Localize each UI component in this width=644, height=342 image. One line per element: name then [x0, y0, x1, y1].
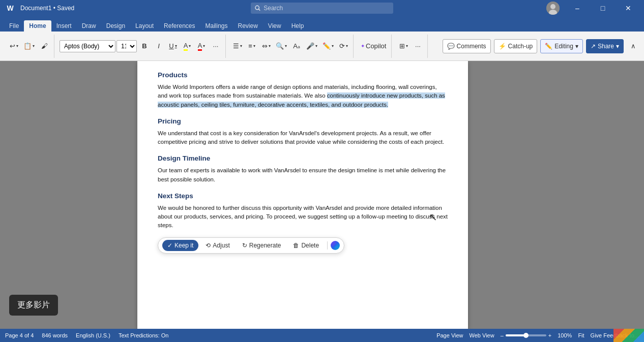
right-margin: [468, 61, 644, 329]
heading-pricing: Pricing: [158, 117, 448, 125]
bullets-button[interactable]: ☰▾: [231, 39, 244, 53]
body-products: Wide World Importers offers a wide range…: [158, 83, 448, 109]
tab-review[interactable]: Review: [233, 20, 263, 32]
body-design-timeline: Our team of experts is available to work…: [158, 166, 448, 184]
tab-mailings[interactable]: Mailings: [200, 20, 232, 32]
regenerate-icon: ↻: [242, 242, 247, 249]
title-bar-right: – □ ✕: [546, 0, 640, 16]
close-button[interactable]: ✕: [617, 0, 640, 16]
title-bar-left: W Document1 • Saved: [4, 2, 74, 14]
copilot-icon: [331, 241, 340, 250]
comments-button[interactable]: 💬 Comments: [443, 39, 491, 53]
web-view-button[interactable]: Web View: [470, 332, 494, 338]
search-box[interactable]: [251, 3, 393, 14]
reuse-button[interactable]: ⟳▾: [337, 39, 350, 53]
svg-point-5: [550, 4, 555, 9]
avatar[interactable]: [546, 2, 560, 15]
svg-line-3: [258, 9, 260, 11]
document-title: Document1 • Saved: [20, 5, 74, 12]
copilot-group: ✦ Copilot: [356, 35, 392, 58]
zoom-slider-fill: [506, 334, 526, 336]
adjust-button[interactable]: ⟲ Adjust: [200, 240, 235, 251]
zoom-slider-track[interactable]: [506, 334, 546, 336]
format-painter-button[interactable]: 🖌: [38, 39, 51, 53]
zoom-minus-icon[interactable]: –: [501, 332, 504, 338]
heading-products: Products: [158, 71, 448, 79]
share-chevron-icon: ▾: [616, 43, 619, 50]
editor-button[interactable]: ✏️▾: [320, 39, 336, 53]
toolbar-separator: [327, 241, 328, 250]
numbering-button[interactable]: ≡▾: [245, 39, 258, 53]
bold-button[interactable]: B: [138, 39, 151, 53]
fit-button[interactable]: Fit: [578, 332, 584, 338]
tab-draw[interactable]: Draw: [77, 20, 101, 32]
catch-up-button[interactable]: ⚡ Catch-up: [494, 39, 538, 53]
title-bar: W Document1 • Saved – □ ✕: [0, 0, 644, 16]
ai-toolbar: ✓ Keep it ⟲ Adjust ↻ Regenerate 🗑 Delete: [158, 237, 344, 254]
dictate-button[interactable]: 🎤▾: [304, 39, 319, 53]
share-button[interactable]: ↗ Share ▾: [586, 39, 624, 53]
zoom-plus-icon[interactable]: +: [548, 332, 551, 338]
adjust-icon: ⟲: [206, 242, 211, 249]
document-page[interactable]: Products Wide World Importers offers a w…: [137, 61, 468, 329]
language[interactable]: English (U.S.): [76, 332, 110, 338]
search-input[interactable]: [264, 5, 389, 12]
collapse-ribbon-button[interactable]: ∧: [627, 39, 640, 53]
restore-button[interactable]: □: [591, 0, 614, 16]
underline-button[interactable]: U▾: [166, 39, 180, 53]
editing-button[interactable]: ✏️ Editing ▾: [540, 39, 583, 53]
heading-next-steps: Next Steps: [158, 192, 448, 200]
body-pricing: We understand that cost is a key conside…: [158, 129, 448, 147]
minimize-button[interactable]: –: [566, 0, 589, 16]
windows-logo: [613, 329, 644, 342]
copilot-button[interactable]: ✦ Copilot: [359, 39, 388, 53]
tab-file[interactable]: File: [4, 20, 24, 32]
tab-view[interactable]: View: [263, 20, 286, 32]
word-count[interactable]: 846 words: [42, 332, 68, 338]
font-name-selector[interactable]: Aptos (Body): [60, 40, 115, 52]
text-predictions[interactable]: Text Predictions: On: [119, 332, 168, 338]
styles-button[interactable]: Aₐ: [290, 39, 303, 53]
more-button[interactable]: ···: [411, 39, 424, 53]
undo-button[interactable]: ↩▾: [7, 39, 20, 53]
table-button[interactable]: ⊞▾: [397, 39, 410, 53]
comment-icon: 💬: [447, 43, 455, 50]
font-color-button[interactable]: A▾: [195, 39, 208, 53]
zoom-slider-thumb: [523, 333, 529, 338]
share-icon: ↗: [591, 43, 596, 50]
page-info[interactable]: Page 4 of 4: [5, 332, 34, 338]
clipboard-button[interactable]: 📋▾: [21, 39, 37, 53]
check-icon: ✓: [167, 242, 172, 249]
left-margin: [0, 61, 137, 329]
highlight-button[interactable]: A▾: [181, 39, 194, 53]
tab-design[interactable]: Design: [101, 20, 130, 32]
text-direction-button[interactable]: ⇔▾: [259, 39, 273, 53]
tab-layout[interactable]: Layout: [130, 20, 159, 32]
catchup-icon: ⚡: [499, 43, 506, 50]
ribbon-toolbar: ↩▾ 📋▾ 🖌 Aptos (Body) 11 B I U▾ A▾ A▾ ···…: [0, 32, 644, 61]
ribbon-tabs: File Home Insert Draw Design Layout Refe…: [0, 16, 644, 32]
status-bar: Page 4 of 4 846 words English (U.S.) Tex…: [0, 329, 644, 342]
tab-insert[interactable]: Insert: [51, 20, 77, 32]
body-next-steps: We would be honored to further discuss t…: [158, 204, 448, 230]
tab-help[interactable]: Help: [286, 20, 309, 32]
find-button[interactable]: 🔍▾: [274, 39, 289, 53]
delete-button[interactable]: 🗑 Delete: [288, 240, 324, 251]
regenerate-button[interactable]: ↻ Regenerate: [237, 240, 286, 251]
page-view-button[interactable]: Page View: [436, 332, 463, 338]
zoom-level[interactable]: 100%: [558, 332, 572, 338]
delete-icon: 🗑: [293, 242, 299, 249]
more-font-button[interactable]: ···: [209, 39, 222, 53]
keep-it-button[interactable]: ✓ Keep it: [162, 240, 198, 251]
more-videos-overlay[interactable]: 更多影片: [9, 295, 58, 316]
font-size-selector[interactable]: 11: [116, 40, 137, 52]
tab-references[interactable]: References: [159, 20, 200, 32]
word-logo: W: [4, 2, 16, 14]
font-group: Aptos (Body) 11 B I U▾ A▾ A▾ ···: [56, 35, 226, 58]
italic-button[interactable]: I: [152, 39, 165, 53]
heading-design-timeline: Design Timeline: [158, 154, 448, 162]
tab-home[interactable]: Home: [24, 20, 51, 32]
undo-group: ↩▾ 📋▾ 🖌: [4, 35, 54, 58]
paragraph-group: ☰▾ ≡▾ ⇔▾ 🔍▾ Aₐ 🎤▾ ✏️▾ ⟳▾: [228, 35, 354, 58]
ribbon-right: 💬 Comments ⚡ Catch-up ✏️ Editing ▾ ↗ Sha…: [443, 39, 640, 53]
